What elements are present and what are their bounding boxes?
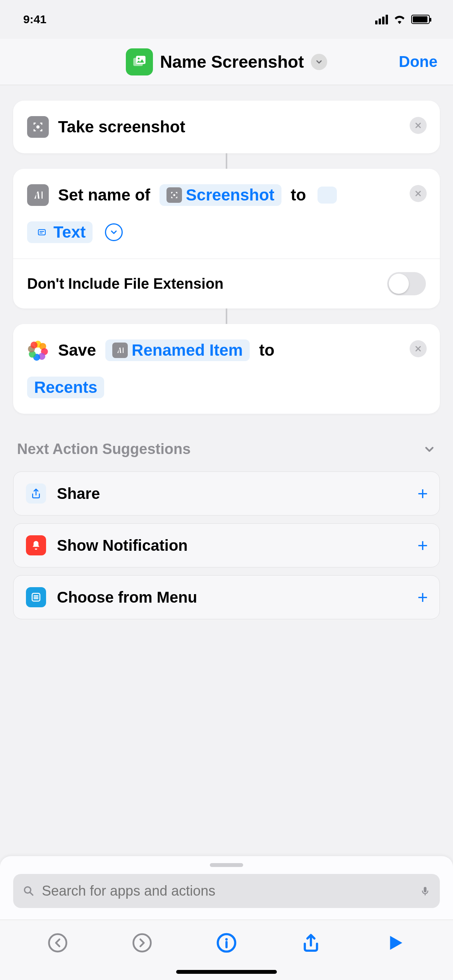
variable-label: Screenshot — [186, 186, 275, 204]
search-icon — [22, 885, 35, 897]
action-take-screenshot[interactable]: Take screenshot — [13, 101, 440, 153]
search-field[interactable] — [13, 874, 440, 908]
svg-point-13 — [31, 342, 38, 349]
option-dont-include-extension: Don't Include File Extension — [13, 259, 440, 308]
wifi-icon — [393, 15, 406, 24]
shortcut-title: Name Screenshot — [160, 52, 304, 72]
variable-label: Renamed Item — [132, 341, 243, 360]
notification-icon — [26, 535, 46, 555]
status-bar: 9:41 — [0, 0, 453, 39]
svg-point-18 — [134, 934, 151, 952]
delete-action-button[interactable] — [410, 117, 427, 134]
action-connector — [226, 308, 227, 324]
name-value-field[interactable] — [317, 187, 337, 204]
extension-toggle[interactable] — [387, 272, 426, 295]
option-label: Don't Include File Extension — [27, 276, 223, 292]
share-icon — [26, 483, 46, 504]
suggestions-title: Next Action Suggestions — [17, 441, 190, 457]
action-mid: to — [259, 341, 275, 360]
variable-label: Text — [53, 223, 86, 242]
suggestion-choose-from-menu[interactable]: Choose from Menu + — [13, 575, 440, 619]
rename-var-icon — [112, 343, 128, 358]
text-var-icon — [34, 224, 50, 240]
actions-canvas: Take screenshot Set name of Screenshot t… — [0, 85, 453, 619]
cellular-icon — [375, 15, 388, 24]
add-suggestion-button[interactable]: + — [417, 535, 428, 556]
action-connector — [226, 153, 227, 169]
svg-point-20 — [225, 938, 228, 941]
header-title-group[interactable]: Name Screenshot — [126, 48, 327, 75]
title-disclosure[interactable] — [311, 54, 327, 70]
delete-action-button[interactable] — [410, 340, 427, 357]
album-recents[interactable]: Recents — [27, 377, 104, 398]
action-set-name[interactable]: Set name of Screenshot to Text — [13, 169, 440, 308]
action-save-photo[interactable]: Save Renamed Item to Recents — [13, 324, 440, 414]
redo-button[interactable] — [129, 929, 156, 956]
variable-text[interactable]: Text — [27, 221, 93, 243]
svg-rect-1 — [136, 56, 146, 64]
run-button[interactable] — [382, 929, 409, 956]
svg-rect-16 — [424, 887, 427, 893]
rename-icon — [27, 184, 49, 206]
action-title: Take screenshot — [58, 118, 185, 136]
svg-rect-5 — [38, 230, 45, 235]
menu-icon — [26, 587, 46, 607]
action-prefix: Save — [58, 341, 96, 360]
shortcut-app-icon — [126, 48, 153, 75]
done-button[interactable]: Done — [399, 53, 438, 70]
mic-icon[interactable] — [420, 884, 431, 898]
suggestion-label: Choose from Menu — [57, 589, 197, 606]
album-label: Recents — [34, 378, 97, 397]
action-prefix: Set name of — [58, 186, 150, 204]
screenshot-icon — [27, 116, 49, 138]
action-mid: to — [291, 186, 306, 204]
battery-icon — [411, 15, 430, 24]
search-input[interactable] — [42, 883, 413, 899]
svg-point-3 — [36, 125, 40, 129]
suggestion-label: Share — [57, 485, 100, 502]
sheet-grabber[interactable] — [210, 863, 243, 867]
suggestions-header[interactable]: Next Action Suggestions — [13, 441, 440, 464]
svg-point-2 — [138, 57, 140, 59]
svg-point-17 — [49, 934, 67, 952]
undo-button[interactable] — [44, 929, 71, 956]
share-button[interactable] — [297, 929, 324, 956]
suggestion-share[interactable]: Share + — [13, 471, 440, 516]
home-indicator — [176, 970, 277, 974]
add-suggestion-button[interactable]: + — [417, 587, 428, 608]
svg-point-4 — [173, 194, 175, 196]
variable-renamed-item[interactable]: Renamed Item — [105, 339, 250, 361]
variable-screenshot[interactable]: Screenshot — [160, 184, 281, 206]
status-time: 9:41 — [23, 13, 46, 26]
delete-action-button[interactable] — [410, 185, 427, 202]
chevron-down-icon — [423, 443, 436, 456]
expand-options-button[interactable] — [105, 223, 123, 241]
screenshot-var-icon — [166, 187, 182, 203]
add-suggestion-button[interactable]: + — [417, 483, 428, 504]
info-button[interactable] — [213, 929, 240, 956]
header: Name Screenshot Done — [0, 39, 453, 85]
photos-icon — [27, 339, 49, 361]
suggestion-label: Show Notification — [57, 537, 188, 554]
bottom-toolbar — [0, 920, 453, 980]
search-sheet[interactable] — [0, 856, 453, 920]
suggestion-show-notification[interactable]: Show Notification + — [13, 523, 440, 567]
status-indicators — [375, 15, 430, 24]
